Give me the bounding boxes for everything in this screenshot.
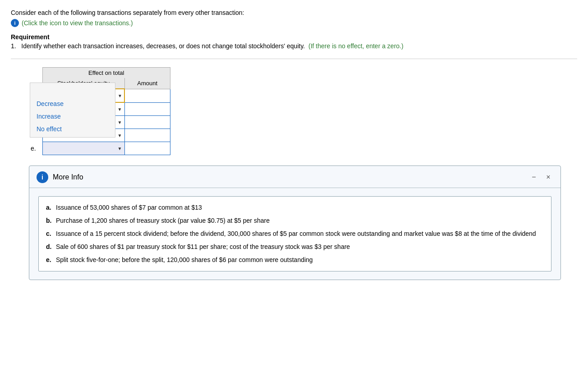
equity-select-wrapper-e[interactable]: Decrease Increase No effect ▼ <box>43 142 124 155</box>
row-label-e: e. <box>29 142 42 155</box>
list-item: a. Issuance of 53,000 shares of $7 par c… <box>46 203 544 212</box>
requirement-note: (If there is no effect, enter a zero.) <box>308 42 404 50</box>
requirement-label: Requirement <box>11 33 577 41</box>
more-info-panel: i More Info − × a. Issuance of 53,000 sh… <box>29 166 561 280</box>
intro-text: Consider each of the following transacti… <box>11 9 577 16</box>
click-info-text: (Click the icon to view the transactions… <box>22 19 133 27</box>
equity-select-e[interactable]: Decrease Increase No effect <box>43 142 124 155</box>
equity-cell-e[interactable]: Decrease Increase No effect ▼ <box>42 142 124 155</box>
dropdown-popup: Decrease Increase No effect <box>30 83 115 138</box>
amount-cell-a[interactable] <box>124 89 170 102</box>
item-label-d: d. <box>46 242 53 252</box>
more-info-icon: i <box>37 171 48 183</box>
amount-input-a[interactable] <box>125 89 170 102</box>
item-text-c: Issuance of a 15 percent stock dividend;… <box>56 229 536 239</box>
more-info-header: i More Info − × <box>29 166 560 188</box>
list-item: c. Issuance of a 15 percent stock divide… <box>46 229 544 239</box>
requirement-body: Identify whether each transaction increa… <box>21 42 305 50</box>
amount-cell-d[interactable] <box>124 129 170 142</box>
effect-table-wrapper: Effect on total Stockholders' equity Amo… <box>11 67 170 155</box>
dropdown-item-empty[interactable] <box>30 85 115 97</box>
divider <box>11 59 577 59</box>
item-label-a: a. <box>46 203 53 212</box>
list-item: b. Purchase of 1,200 shares of treasury … <box>46 216 544 225</box>
header-amount: Amount <box>124 78 170 89</box>
item-label-c: c. <box>46 229 53 239</box>
more-info-title: More Info <box>53 173 524 181</box>
info-list-box: a. Issuance of 53,000 shares of $7 par c… <box>38 196 551 271</box>
dropdown-item-decrease[interactable]: Decrease <box>30 97 115 110</box>
amount-input-c[interactable] <box>125 116 170 129</box>
requirement-number: 1. <box>11 42 16 50</box>
info-icon: i <box>11 19 19 27</box>
empty-header <box>29 68 42 78</box>
item-text-d: Sale of 600 shares of $1 par treasury st… <box>56 242 350 252</box>
table-row: e. Decrease Increase No effect ▼ <box>29 142 170 155</box>
amount-input-b[interactable] <box>125 103 170 115</box>
item-text-b: Purchase of 1,200 shares of treasury sto… <box>56 216 270 225</box>
item-text-e: Split stock five-for-one; before the spl… <box>56 255 313 265</box>
dropdown-item-increase[interactable]: Increase <box>30 110 115 123</box>
amount-cell-c[interactable] <box>124 116 170 129</box>
amount-cell-e[interactable] <box>124 142 170 155</box>
list-item: d. Sale of 600 shares of $1 par treasury… <box>46 242 544 252</box>
item-label-e: e. <box>46 255 53 265</box>
list-item: e. Split stock five-for-one; before the … <box>46 255 544 265</box>
dropdown-item-no-effect[interactable]: No effect <box>30 123 115 135</box>
amount-input-d[interactable] <box>125 129 170 142</box>
item-label-b: b. <box>46 216 53 225</box>
requirement-text: 1. Identify whether each transaction inc… <box>11 42 577 50</box>
amount-input-e[interactable] <box>125 142 170 155</box>
more-info-body: a. Issuance of 53,000 shares of $7 par c… <box>29 188 560 280</box>
amount-cell-b[interactable] <box>124 102 170 116</box>
minimize-button[interactable]: − <box>529 172 539 182</box>
more-info-controls: − × <box>529 172 553 182</box>
close-button[interactable]: × <box>543 172 553 182</box>
item-text-a: Issuance of 53,000 shares of $7 par comm… <box>56 203 202 212</box>
header-effect-on-total: Effect on total <box>42 68 170 78</box>
click-info[interactable]: i (Click the icon to view the transactio… <box>11 19 577 27</box>
